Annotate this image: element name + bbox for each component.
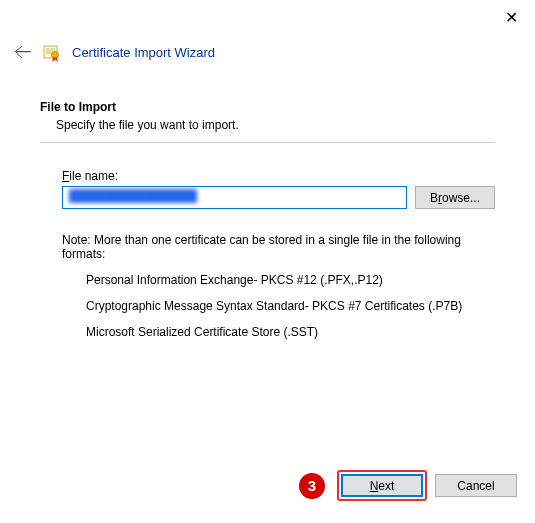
list-item: Microsoft Serialized Certificate Store (… — [86, 325, 495, 339]
browse-button[interactable]: Browse... — [415, 186, 495, 209]
list-item: Cryptographic Message Syntax Standard- P… — [86, 299, 495, 313]
list-item: Personal Information Exchange- PKCS #12 … — [86, 273, 495, 287]
next-button[interactable]: Next — [341, 474, 423, 497]
next-highlight: Next — [337, 470, 427, 501]
back-arrow-icon[interactable]: 🡠 — [14, 42, 32, 63]
wizard-header: 🡠 Certificate Import Wizard — [14, 42, 215, 63]
cancel-button[interactable]: Cancel — [435, 474, 517, 497]
divider — [40, 142, 495, 143]
close-icon[interactable]: ✕ — [501, 8, 521, 27]
section-title: File to Import — [40, 100, 495, 114]
annotation-badge: 3 — [299, 473, 325, 499]
format-list: Personal Information Exchange- PKCS #12 … — [86, 273, 495, 339]
footer-buttons: 3 Next Cancel — [299, 470, 517, 501]
certificate-icon — [42, 43, 62, 63]
wizard-title: Certificate Import Wizard — [72, 45, 215, 60]
filename-label: File name: — [62, 169, 495, 183]
note-text: Note: More than one certificate can be s… — [62, 233, 495, 261]
content-area: File to Import Specify the file you want… — [40, 100, 495, 351]
section-description: Specify the file you want to import. — [56, 118, 495, 132]
filename-input[interactable]: C:\Certificates\user1.pfx — [62, 186, 407, 209]
